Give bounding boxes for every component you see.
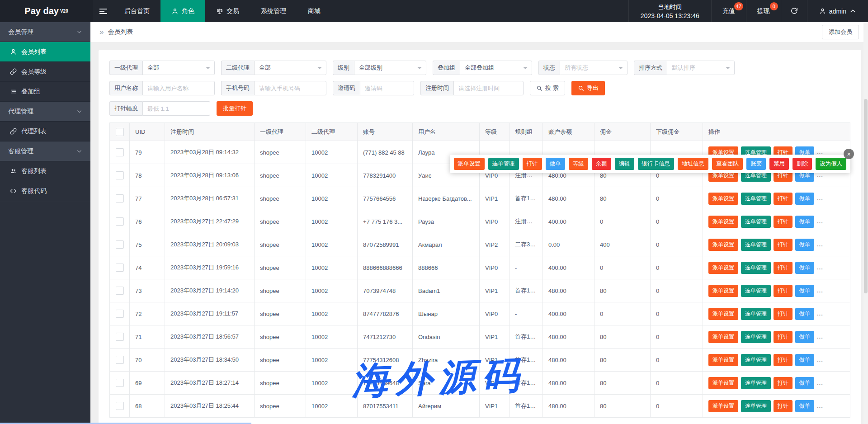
- row-action-连单管理[interactable]: 连单管理: [741, 239, 771, 251]
- sidebar-item-代理列表[interactable]: 代理列表: [0, 122, 90, 141]
- row-action-做单[interactable]: 做单: [795, 377, 814, 389]
- more-actions-button[interactable]: ...: [817, 310, 823, 317]
- row-action-派单设置[interactable]: 派单设置: [708, 400, 738, 412]
- more-actions-button[interactable]: ...: [817, 218, 823, 225]
- row-action-连单管理[interactable]: 连单管理: [741, 193, 771, 205]
- row-checkbox[interactable]: [116, 240, 124, 249]
- row-action-打针[interactable]: 打针: [774, 308, 793, 320]
- row-action-派单设置[interactable]: 派单设置: [708, 308, 738, 320]
- sidebar-item-会员列表[interactable]: 会员列表: [0, 42, 90, 62]
- popup-action-删除[interactable]: 删除: [793, 158, 812, 170]
- filter-select-value[interactable]: 全部叠加组: [460, 61, 532, 75]
- user-menu[interactable]: admin: [807, 0, 868, 22]
- popup-action-连单管理[interactable]: 连单管理: [488, 158, 519, 170]
- row-action-派单设置[interactable]: 派单设置: [708, 239, 738, 251]
- popup-action-账变[interactable]: 账变: [746, 158, 766, 170]
- row-checkbox[interactable]: [116, 379, 124, 387]
- row-action-连单管理[interactable]: 连单管理: [741, 377, 771, 389]
- filter-select-value[interactable]: 默认排序: [667, 61, 735, 75]
- row-action-打针[interactable]: 打针: [774, 262, 793, 274]
- nav-item-3[interactable]: 交易: [205, 0, 250, 22]
- row-action-做单[interactable]: 做单: [795, 354, 814, 366]
- select-all-checkbox[interactable]: [116, 128, 124, 136]
- row-action-打针[interactable]: 打针: [774, 331, 793, 343]
- row-action-做单[interactable]: 做单: [795, 239, 814, 251]
- more-actions-button[interactable]: ...: [817, 195, 823, 202]
- row-action-打针[interactable]: 打针: [774, 354, 793, 366]
- sidebar-toggle-button[interactable]: [93, 0, 113, 22]
- row-action-打针[interactable]: 打针: [774, 216, 793, 228]
- row-action-打针[interactable]: 打针: [774, 239, 793, 251]
- popup-action-余额[interactable]: 余额: [592, 158, 611, 170]
- popup-action-设为假人[interactable]: 设为假人: [816, 158, 846, 170]
- more-actions-button[interactable]: ...: [817, 241, 823, 248]
- row-action-打针[interactable]: 打针: [774, 193, 793, 205]
- popup-action-派单设置[interactable]: 派单设置: [454, 158, 485, 170]
- popup-action-地址信息[interactable]: 地址信息: [678, 158, 708, 170]
- row-action-打针[interactable]: 打针: [774, 400, 793, 412]
- popup-action-编辑[interactable]: 编辑: [615, 158, 634, 170]
- row-action-做单[interactable]: 做单: [795, 400, 814, 412]
- inject-range-input[interactable]: [142, 101, 210, 116]
- row-action-打针[interactable]: 打针: [774, 377, 793, 389]
- popup-action-查看团队[interactable]: 查看团队: [712, 158, 743, 170]
- row-action-做单[interactable]: 做单: [795, 308, 814, 320]
- add-member-button[interactable]: 添加会员: [822, 25, 859, 39]
- sidebar-item-客服管理[interactable]: 客服管理: [0, 141, 90, 161]
- row-action-连单管理[interactable]: 连单管理: [741, 331, 771, 343]
- more-actions-button[interactable]: ...: [817, 333, 823, 340]
- row-checkbox[interactable]: [116, 402, 124, 410]
- filter-select-value[interactable]: 全部: [142, 61, 215, 75]
- row-action-做单[interactable]: 做单: [795, 193, 814, 205]
- row-action-连单管理[interactable]: 连单管理: [741, 285, 771, 297]
- filter-text-input[interactable]: [142, 81, 215, 95]
- refresh-button[interactable]: [781, 0, 807, 22]
- row-action-连单管理[interactable]: 连单管理: [741, 216, 771, 228]
- nav-item-4[interactable]: 系统管理: [250, 0, 297, 22]
- filter-text-input[interactable]: [453, 81, 524, 95]
- row-checkbox[interactable]: [116, 194, 124, 203]
- row-action-做单[interactable]: 做单: [795, 331, 814, 343]
- batch-inject-button[interactable]: 批量打针: [217, 101, 253, 116]
- filter-select-value[interactable]: 全部级别: [354, 61, 426, 75]
- popup-action-做单[interactable]: 做单: [546, 158, 565, 170]
- row-action-派单设置[interactable]: 派单设置: [708, 354, 738, 366]
- sidebar-item-客服列表[interactable]: 客服列表: [0, 161, 90, 181]
- more-actions-button[interactable]: ...: [817, 379, 823, 386]
- more-actions-button[interactable]: ...: [817, 287, 823, 294]
- row-checkbox[interactable]: [116, 148, 124, 156]
- nav-item-1[interactable]: 后台首页: [113, 0, 160, 22]
- row-checkbox[interactable]: [116, 310, 124, 318]
- more-actions-button[interactable]: ...: [817, 264, 823, 271]
- row-checkbox[interactable]: [116, 171, 124, 179]
- row-action-做单[interactable]: 做单: [795, 262, 814, 274]
- more-actions-button[interactable]: ...: [817, 356, 823, 363]
- row-action-做单[interactable]: 做单: [795, 285, 814, 297]
- recharge-button[interactable]: 充值 47: [711, 0, 746, 22]
- row-action-连单管理[interactable]: 连单管理: [741, 308, 771, 320]
- row-action-连单管理[interactable]: 连单管理: [741, 400, 771, 412]
- row-action-做单[interactable]: 做单: [795, 216, 814, 228]
- filter-text-input[interactable]: [360, 81, 414, 95]
- nav-item-5[interactable]: 商城: [297, 0, 331, 22]
- sidebar-item-会员等级[interactable]: 会员等级: [0, 62, 90, 82]
- filter-select-value[interactable]: 所有状态: [560, 61, 627, 75]
- sidebar-item-叠加组[interactable]: 叠加组: [0, 82, 90, 102]
- popup-action-禁用[interactable]: 禁用: [769, 158, 789, 170]
- export-button[interactable]: 导出: [571, 81, 605, 95]
- sidebar-item-代理管理[interactable]: 代理管理: [0, 102, 90, 122]
- row-action-派单设置[interactable]: 派单设置: [708, 285, 738, 297]
- row-action-连单管理[interactable]: 连单管理: [741, 354, 771, 366]
- row-action-派单设置[interactable]: 派单设置: [708, 216, 738, 228]
- row-action-派单设置[interactable]: 派单设置: [708, 331, 738, 343]
- more-actions-button[interactable]: ...: [817, 402, 823, 409]
- popup-action-打针[interactable]: 打针: [523, 158, 542, 170]
- nav-item-2[interactable]: 角色: [160, 0, 205, 22]
- withdraw-button[interactable]: 提现 0: [746, 0, 781, 22]
- popup-action-银行卡信息[interactable]: 银行卡信息: [638, 158, 675, 170]
- popup-close-button[interactable]: ×: [844, 149, 854, 159]
- popup-action-等级[interactable]: 等级: [569, 158, 588, 170]
- row-action-连单管理[interactable]: 连单管理: [741, 262, 771, 274]
- row-action-派单设置[interactable]: 派单设置: [708, 193, 738, 205]
- vertical-scrollbar[interactable]: [863, 22, 868, 424]
